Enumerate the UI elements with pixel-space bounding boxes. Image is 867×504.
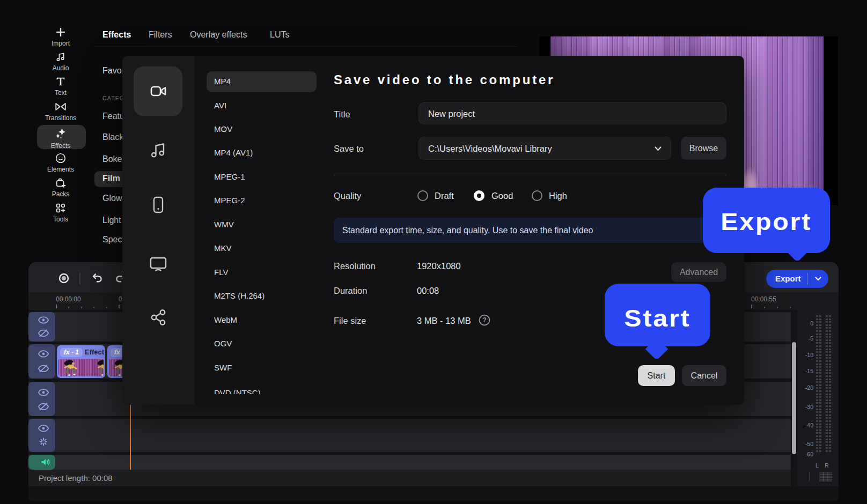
svg-text:?: ? [482,316,487,324]
